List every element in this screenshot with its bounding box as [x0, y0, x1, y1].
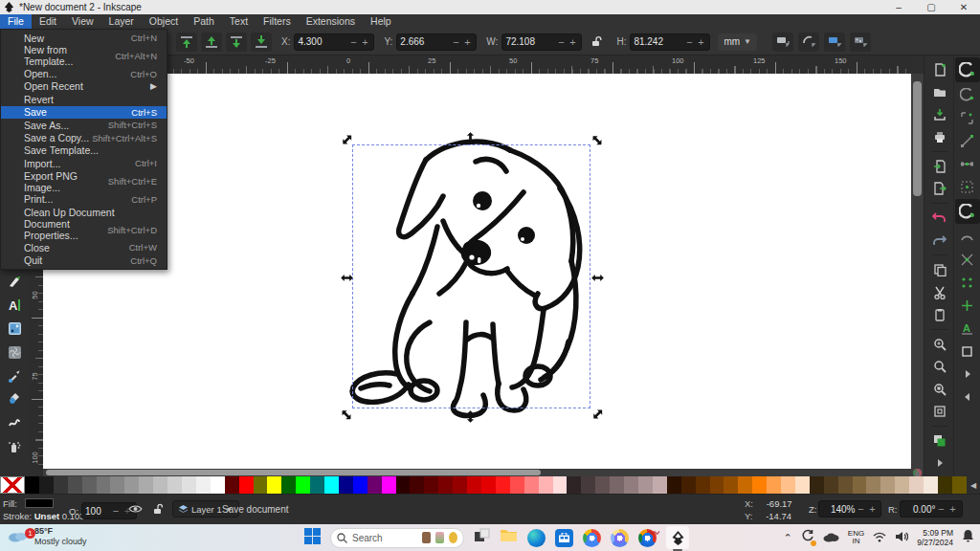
palette-swatch[interactable]: [667, 476, 681, 494]
palette-swatch[interactable]: [824, 476, 838, 494]
snap-path-button[interactable]: [957, 226, 978, 247]
undo-button[interactable]: [929, 208, 950, 229]
selection-handle-n[interactable]: [464, 131, 478, 144]
zoom-drawing-button[interactable]: [929, 356, 950, 377]
palette-swatch[interactable]: [481, 476, 496, 494]
file-explorer-button[interactable]: [500, 528, 518, 547]
redo-button[interactable]: [929, 231, 950, 252]
scale-gradient-toggle[interactable]: [824, 33, 845, 52]
menu-filters[interactable]: Filters: [256, 14, 299, 29]
menu-item-import[interactable]: Import...Ctrl+I: [1, 157, 167, 169]
palette-swatch[interactable]: [838, 476, 853, 494]
palette-swatch[interactable]: [553, 476, 568, 494]
save-document-button[interactable]: [929, 104, 950, 125]
mesh-gradient-tool[interactable]: [3, 341, 26, 364]
palette-swatch[interactable]: [438, 476, 453, 494]
chrome-canary-button[interactable]: [611, 529, 629, 547]
tray-chevron-up-icon[interactable]: ⌃: [784, 532, 792, 544]
vertical-scrollbar-thumb[interactable]: [913, 81, 922, 196]
selection-handle-e[interactable]: [590, 271, 604, 284]
menu-item-open-recent[interactable]: Open Recent▶: [1, 80, 167, 93]
x-plus-button[interactable]: +: [359, 36, 370, 48]
language-indicator[interactable]: ENG IN: [848, 530, 864, 545]
palette-swatch[interactable]: [424, 476, 438, 494]
wifi-tray-icon[interactable]: [873, 529, 886, 546]
palette-swatch[interactable]: [196, 476, 211, 494]
menu-item-new[interactable]: NewCtrl+N: [1, 32, 167, 44]
y-minus-button[interactable]: −: [450, 36, 461, 48]
clock-widget[interactable]: 5:09 PM 9/27/2024: [917, 528, 953, 547]
palette-swatch[interactable]: [339, 476, 353, 494]
palette-swatch[interactable]: [153, 476, 167, 494]
palette-swatch[interactable]: [110, 476, 124, 494]
menu-item-close[interactable]: CloseCtrl+W: [1, 241, 167, 253]
snap-nodes-button[interactable]: [955, 199, 980, 224]
snap-edge-midpoints-button[interactable]: [957, 153, 978, 174]
palette-swatch[interactable]: [225, 476, 239, 494]
print-button[interactable]: [929, 127, 950, 148]
h-plus-button[interactable]: +: [695, 36, 706, 48]
palette-swatch[interactable]: [795, 476, 810, 494]
palette-swatch[interactable]: [539, 476, 553, 494]
palette-swatch[interactable]: [880, 476, 895, 494]
rotation-field[interactable]: 0.00° − +: [900, 500, 963, 518]
opacity-value[interactable]: 100: [85, 506, 110, 517]
snap-overflow-button[interactable]: [957, 364, 978, 385]
palette-swatch[interactable]: [724, 476, 738, 494]
menu-item-save-a-copy[interactable]: Save a Copy...Shift+Ctrl+Alt+S: [1, 131, 167, 143]
palette-scroll-left-button[interactable]: [957, 386, 978, 408]
menu-item-open[interactable]: Open...Ctrl+O: [1, 67, 167, 79]
w-field[interactable]: 72.108 − +: [501, 33, 582, 51]
palette-swatch[interactable]: [211, 476, 225, 494]
canvas[interactable]: [43, 74, 911, 469]
volume-tray-icon[interactable]: [895, 529, 908, 546]
horizontal-scrollbar[interactable]: [43, 469, 911, 476]
palette-swatch[interactable]: [952, 476, 967, 494]
tweak-tool[interactable]: [3, 411, 26, 434]
palette-swatch[interactable]: [281, 476, 296, 494]
palette-swatch[interactable]: [638, 476, 653, 494]
h-value[interactable]: 81.242: [634, 36, 683, 47]
zoom-in-button[interactable]: [929, 334, 950, 355]
palette-swatch[interactable]: [738, 476, 752, 494]
palette-swatch[interactable]: [97, 476, 111, 494]
menu-item-new-from-template[interactable]: New from Template...Ctrl+Alt+N: [1, 44, 167, 67]
menu-file[interactable]: File: [0, 14, 32, 29]
palette-swatch[interactable]: [496, 476, 510, 494]
minimize-button[interactable]: –: [882, 0, 915, 14]
selection-handle-s[interactable]: [464, 409, 478, 423]
raise-to-top-button[interactable]: [176, 33, 197, 52]
palette-swatch[interactable]: [382, 476, 396, 494]
y-plus-button[interactable]: +: [461, 36, 473, 48]
h-minus-button[interactable]: −: [683, 36, 695, 48]
import-button[interactable]: [929, 156, 950, 177]
commands-overflow-button[interactable]: [929, 452, 950, 474]
scale-pattern-toggle[interactable]: [850, 33, 871, 52]
inkscape-taskbar-button[interactable]: [666, 526, 689, 549]
palette-swatch[interactable]: [710, 476, 724, 494]
task-view-button[interactable]: [474, 528, 490, 548]
start-button[interactable]: [304, 528, 321, 548]
palette-swatch[interactable]: [581, 476, 595, 494]
palette-swatch[interactable]: [909, 476, 924, 494]
palette-swatch[interactable]: [254, 476, 268, 494]
palette-swatch[interactable]: [310, 476, 324, 494]
palette-swatch[interactable]: [524, 476, 539, 494]
palette-swatch[interactable]: [368, 476, 382, 494]
horizontal-ruler[interactable]: -50-250255075100125150: [43, 55, 911, 74]
menu-path[interactable]: Path: [186, 14, 222, 29]
menu-item-revert[interactable]: Revert: [1, 93, 167, 105]
snap-toggle-button[interactable]: [955, 57, 980, 82]
x-value[interactable]: 4.300: [298, 36, 347, 47]
palette-swatch[interactable]: [82, 476, 97, 494]
palette-swatch[interactable]: [124, 476, 139, 494]
menu-layer[interactable]: Layer: [101, 14, 142, 29]
palette-swatch[interactable]: [752, 476, 767, 494]
menu-item-quit[interactable]: QuitCtrl+Q: [1, 254, 167, 267]
palette-swatch[interactable]: [510, 476, 524, 494]
x-minus-button[interactable]: −: [347, 36, 359, 48]
menu-view[interactable]: View: [64, 14, 101, 29]
fill-color-swatch[interactable]: [25, 498, 54, 508]
units-dropdown[interactable]: mm ▼: [718, 33, 757, 51]
zoom-minus-button[interactable]: −: [855, 503, 866, 515]
